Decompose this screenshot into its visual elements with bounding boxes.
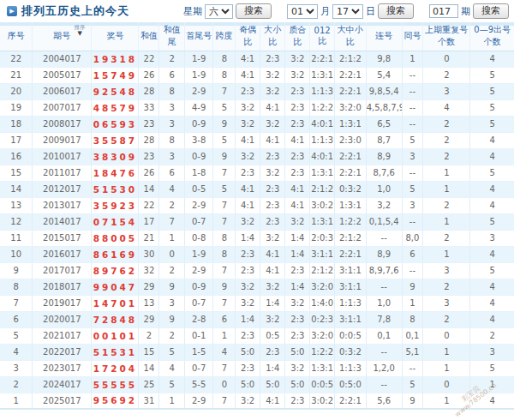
table-cell: 2019017 bbox=[33, 295, 92, 311]
prize-number-cell: 89762 bbox=[92, 262, 139, 279]
table-cell: 2025017 bbox=[33, 393, 92, 409]
table-cell: 2 bbox=[423, 132, 470, 148]
prize-number-cell: 35923 bbox=[92, 197, 139, 213]
table-cell: 0,1 bbox=[402, 327, 423, 344]
table-cell: 1 bbox=[423, 360, 470, 376]
table-cell: 4 bbox=[423, 99, 470, 116]
table-cell: 5-5 bbox=[184, 376, 213, 393]
week-select[interactable]: 六 bbox=[205, 4, 233, 19]
table-cell: 9 bbox=[213, 148, 236, 165]
table-cell: 4,5,8,7,9 bbox=[366, 99, 402, 116]
table-cell: 1 bbox=[159, 230, 184, 246]
table-cell: 9 bbox=[159, 279, 184, 295]
table-cell: 1:4 bbox=[285, 279, 310, 295]
table-cell: 14 bbox=[139, 360, 159, 376]
table-cell: -- bbox=[402, 213, 423, 230]
table-cell: 2-9 bbox=[184, 197, 213, 213]
table-cell: 5,6 bbox=[366, 393, 402, 409]
column-header-14: 上期重复号个数 bbox=[423, 22, 470, 51]
table-cell: 2 bbox=[423, 67, 470, 83]
table-cell: 0-9 bbox=[184, 279, 213, 295]
table-cell: 3:2 bbox=[260, 165, 285, 181]
week-search-button[interactable]: 搜索 bbox=[236, 3, 272, 19]
table-cell: 4:1 bbox=[236, 51, 260, 67]
table-row: 22024017555552555-505:05:05:00:0:50:5:0-… bbox=[0, 376, 514, 393]
table-cell: 2:1:2 bbox=[310, 181, 335, 197]
table-cell: 2:3 bbox=[285, 327, 310, 344]
table-cell: 2021017 bbox=[33, 327, 92, 344]
table-cell: 1:1:3 bbox=[310, 132, 335, 148]
table-cell: 1 bbox=[423, 165, 470, 181]
table-cell: 3 bbox=[402, 197, 423, 213]
table-cell: 1:3:1 bbox=[335, 116, 367, 132]
date-search-button[interactable]: 搜索 bbox=[378, 3, 414, 19]
table-cell: 1:2:2 bbox=[310, 344, 335, 360]
issue-input[interactable] bbox=[429, 4, 458, 18]
table-cell: 2:3 bbox=[260, 344, 285, 360]
table-cell: 2-9 bbox=[184, 393, 213, 409]
column-header-1: 期号排序▼ bbox=[33, 22, 92, 51]
table-cell: 3:2 bbox=[236, 295, 260, 311]
table-cell: 1 bbox=[402, 51, 423, 67]
table-row: 42022017515311551-545:02:35:01:2:20:3:2-… bbox=[0, 344, 514, 360]
table-cell: 5 bbox=[470, 165, 514, 181]
table-cell: -- bbox=[366, 279, 402, 295]
table-cell: 7 bbox=[213, 213, 236, 230]
table-cell: 3:2 bbox=[285, 213, 310, 230]
table-cell: 5 bbox=[470, 99, 514, 116]
table-cell: 2016017 bbox=[33, 246, 92, 262]
table-row: 212005017157492661-984:13:23:21:3:12:2:1… bbox=[0, 67, 514, 83]
table-cell: 32 bbox=[139, 262, 159, 279]
table-cell: 2020017 bbox=[33, 311, 92, 327]
table-cell: 4 bbox=[470, 279, 514, 295]
table-cell: 5 bbox=[213, 132, 236, 148]
table-cell: 17 bbox=[139, 213, 159, 230]
table-row: 5202101700101220-112:30:52:33:2:00:0:50,… bbox=[0, 327, 514, 344]
table-cell: 2:3 bbox=[285, 165, 310, 181]
table-cell: 7 bbox=[213, 393, 236, 409]
table-cell: 6 bbox=[213, 311, 236, 327]
table-cell: 5:0 bbox=[236, 376, 260, 393]
table-cell: 30 bbox=[139, 246, 159, 262]
prize-number-cell: 51531 bbox=[92, 344, 139, 360]
table-cell: 5 bbox=[159, 344, 184, 360]
issue-search-button[interactable]: 搜索 bbox=[473, 3, 509, 19]
table-cell: 4:0:1 bbox=[310, 148, 335, 165]
column-header-15: 0—9出号个数 bbox=[470, 22, 514, 51]
table-cell: 6 bbox=[0, 311, 33, 327]
table-cell: 3:2 bbox=[260, 311, 285, 327]
table-cell: 14 bbox=[139, 181, 159, 197]
prize-number-cell: 72848 bbox=[92, 311, 139, 327]
table-cell: 0-7 bbox=[184, 295, 213, 311]
table-cell: 1:2:2 bbox=[335, 213, 367, 230]
table-cell: 3:1:1 bbox=[335, 311, 367, 327]
month-select[interactable]: 01 bbox=[287, 4, 318, 19]
table-cell: 8 bbox=[402, 311, 423, 327]
table-cell: 4 bbox=[213, 344, 236, 360]
table-cell: 3:2 bbox=[260, 67, 285, 83]
column-header-2: 奖号 bbox=[92, 22, 139, 51]
table-cell: 0-1 bbox=[184, 327, 213, 344]
table-cell: 9 bbox=[213, 116, 236, 132]
table-cell: 3 bbox=[423, 83, 470, 99]
prize-number-cell: 92548 bbox=[92, 83, 139, 99]
table-row: 112015017880052110-881:43:21:42:0:32:1:2… bbox=[0, 230, 514, 246]
table-cell: 3:2 bbox=[260, 83, 285, 99]
table-cell: 4 bbox=[470, 393, 514, 409]
table-cell: 7 bbox=[213, 197, 236, 213]
table-cell: 1,0 bbox=[366, 295, 402, 311]
table-cell: 4:1 bbox=[260, 99, 285, 116]
table-cell: 0:3:2 bbox=[335, 181, 367, 197]
table-cell: 8,0 bbox=[402, 230, 423, 246]
title-bar: ▶ 排列五历史上的今天 星期 六 搜索 01 月 17 日 搜索 bbox=[0, 0, 514, 22]
table-cell: -- bbox=[366, 344, 402, 360]
column-header-9: 质合比 bbox=[285, 22, 310, 51]
sort-control[interactable]: 排序▼ bbox=[74, 25, 86, 37]
search-toolbar: 星期 六 搜索 01 月 17 日 搜索 期 搜索 bbox=[171, 3, 509, 19]
day-select[interactable]: 17 bbox=[332, 4, 363, 19]
table-cell: 0 bbox=[213, 376, 236, 393]
table-cell: -- bbox=[402, 67, 423, 83]
table-cell: 1-8 bbox=[184, 165, 213, 181]
table-cell: 5,1 bbox=[402, 344, 423, 360]
table-cell: -- bbox=[366, 376, 402, 393]
